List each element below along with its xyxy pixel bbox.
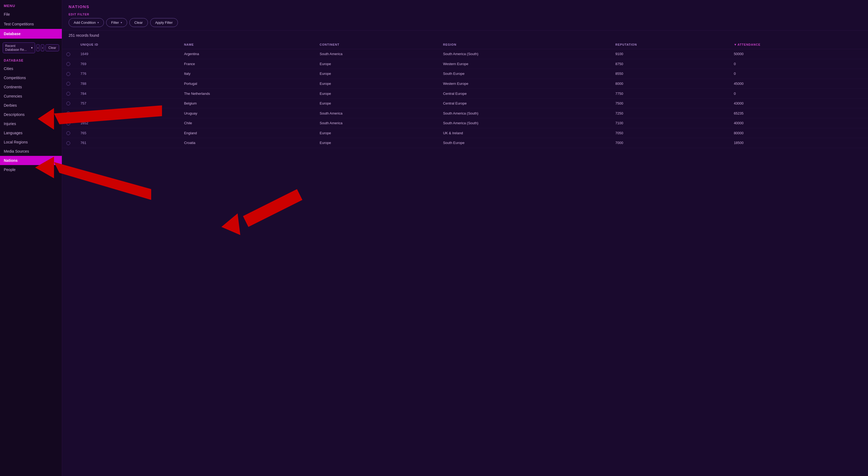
cell-name: The Netherlands: [180, 89, 315, 98]
cell-uid: 776: [76, 69, 180, 79]
table-col-attendance[interactable]: ▼ATTENDANCE: [730, 40, 868, 49]
recent-db-label: Recent Database Re...: [5, 44, 30, 52]
row-radio-cell: [62, 128, 76, 138]
table-wrapper: UNIQUE IDNAMECONTINENTREGIONREPUTATION▼A…: [62, 40, 868, 476]
db-item-cities[interactable]: Cities: [0, 64, 62, 73]
table-col-region[interactable]: REGION: [439, 40, 611, 49]
row-select-radio[interactable]: [66, 82, 70, 86]
cell-attendance: 0: [730, 59, 868, 69]
cell-continent: Europe: [315, 89, 439, 98]
clear-filter-button[interactable]: Clear: [129, 18, 148, 27]
table-row[interactable]: 765EnglandEuropeUK & Ireland705080000: [62, 128, 868, 138]
db-item-nations[interactable]: Nations: [0, 156, 62, 165]
row-select-radio[interactable]: [66, 52, 70, 56]
db-item-derbies[interactable]: Derbies: [0, 101, 62, 110]
table-row[interactable]: 776ItalyEuropeSouth Europe85500: [62, 69, 868, 79]
menu-item-database[interactable]: Database: [0, 29, 62, 39]
cell-continent: Europe: [315, 59, 439, 69]
cell-continent: South America: [315, 49, 439, 59]
db-item-descriptions[interactable]: Descriptions: [0, 110, 62, 119]
db-item-local-regions[interactable]: Local Regions: [0, 138, 62, 147]
db-item-people[interactable]: People: [0, 165, 62, 174]
table-header: UNIQUE IDNAMECONTINENTREGIONREPUTATION▼A…: [62, 40, 868, 49]
db-item-continents[interactable]: Continents: [0, 82, 62, 92]
cell-region: Central Europe: [439, 89, 611, 98]
table-row[interactable]: 769FranceEuropeWestern Europe87500: [62, 59, 868, 69]
row-select-radio[interactable]: [66, 62, 70, 66]
row-select-radio[interactable]: [66, 92, 70, 96]
row-select-radio[interactable]: [66, 72, 70, 76]
recent-db-select[interactable]: Recent Database Re... ▾: [3, 42, 35, 53]
filter-section: EDIT FILTER Add Condition ▾ Filter ▾ Cle…: [62, 11, 868, 31]
cell-attendance: 43000: [730, 98, 868, 108]
row-select-radio[interactable]: [66, 101, 70, 106]
cell-region: South America (South): [439, 49, 611, 59]
cell-continent: Europe: [315, 69, 439, 79]
db-item-currencies[interactable]: Currencies: [0, 92, 62, 101]
row-select-radio[interactable]: [66, 141, 70, 145]
cell-reputation: 7000: [611, 138, 730, 148]
nations-table: UNIQUE IDNAMECONTINENTREGIONREPUTATION▼A…: [62, 40, 868, 148]
table-row[interactable]: 1652ChileSouth AmericaSouth America (Sou…: [62, 118, 868, 128]
cell-uid: 1652: [76, 118, 180, 128]
add-condition-button[interactable]: Add Condition ▾: [69, 18, 104, 27]
recent-db-row: Recent Database Re... ▾ ‹ › Clear: [0, 40, 62, 56]
add-condition-label: Add Condition: [74, 21, 96, 25]
cell-attendance: 40000: [730, 118, 868, 128]
cell-name: Chile: [180, 118, 315, 128]
clear-filter-label: Clear: [134, 21, 143, 25]
filter-button[interactable]: Filter ▾: [106, 18, 127, 27]
cell-region: South Europe: [439, 69, 611, 79]
cell-uid: 765: [76, 128, 180, 138]
table-col-name[interactable]: NAME: [180, 40, 315, 49]
database-section-label: DATABASE: [0, 56, 62, 64]
nations-header: NATIONS: [62, 0, 868, 11]
nav-back-button[interactable]: ‹: [36, 44, 40, 51]
chevron-down-icon: ▾: [31, 46, 33, 50]
menu-item-file[interactable]: File: [0, 9, 62, 19]
table-row[interactable]: 1649ArgentinaSouth AmericaSouth America …: [62, 49, 868, 59]
sort-arrow-icon: ▼: [734, 43, 737, 46]
apply-filter-button[interactable]: Apply Filter: [150, 18, 178, 27]
table-col-unique_id[interactable]: UNIQUE ID: [76, 40, 180, 49]
table-row[interactable]: 1657UruguaySouth AmericaSouth America (S…: [62, 108, 868, 118]
row-select-radio[interactable]: [66, 112, 70, 115]
cell-uid: 784: [76, 89, 180, 98]
cell-uid: 788: [76, 79, 180, 89]
db-item-competitions[interactable]: Competitions: [0, 73, 62, 82]
cell-attendance: 45000: [730, 79, 868, 89]
table-body: 1649ArgentinaSouth AmericaSouth America …: [62, 49, 868, 148]
row-select-radio[interactable]: [66, 131, 70, 135]
cell-name: Italy: [180, 69, 315, 79]
filter-label: Filter: [111, 21, 119, 25]
table-row[interactable]: 761CroatiaEuropeSouth Europe700018500: [62, 138, 868, 148]
db-item-languages[interactable]: Languages: [0, 128, 62, 138]
row-radio-cell: [62, 69, 76, 79]
cell-region: Central Europe: [439, 98, 611, 108]
nav-forward-button[interactable]: ›: [41, 44, 44, 51]
cell-reputation: 7250: [611, 108, 730, 118]
table-col-continent[interactable]: CONTINENT: [315, 40, 439, 49]
cell-uid: 769: [76, 59, 180, 69]
cell-name: Argentina: [180, 49, 315, 59]
table-row[interactable]: 788PortugalEuropeWestern Europe800045000: [62, 79, 868, 89]
filter-buttons: Add Condition ▾ Filter ▾ Clear Apply Fil…: [69, 18, 862, 27]
records-count: 251 records found: [62, 31, 868, 40]
cell-attendance: 18500: [730, 138, 868, 148]
cell-continent: South America: [315, 108, 439, 118]
cell-reputation: 8750: [611, 59, 730, 69]
cell-name: Croatia: [180, 138, 315, 148]
menu-item-test-competitions[interactable]: Test Competitions: [0, 19, 62, 29]
clear-recent-button[interactable]: Clear: [45, 44, 59, 51]
row-select-radio[interactable]: [66, 122, 70, 125]
cell-name: Belgium: [180, 98, 315, 108]
db-item-media-sources[interactable]: Media Sources: [0, 147, 62, 156]
row-radio-cell: [62, 59, 76, 69]
cell-attendance: 0: [730, 89, 868, 98]
table-row[interactable]: 784The NetherlandsEuropeCentral Europe77…: [62, 89, 868, 98]
table-row[interactable]: 757BelgiumEuropeCentral Europe750043000: [62, 98, 868, 108]
cell-reputation: 7050: [611, 128, 730, 138]
table-col-reputation[interactable]: REPUTATION: [611, 40, 730, 49]
row-radio-cell: [62, 118, 76, 128]
db-item-injuries[interactable]: Injuries: [0, 119, 62, 128]
